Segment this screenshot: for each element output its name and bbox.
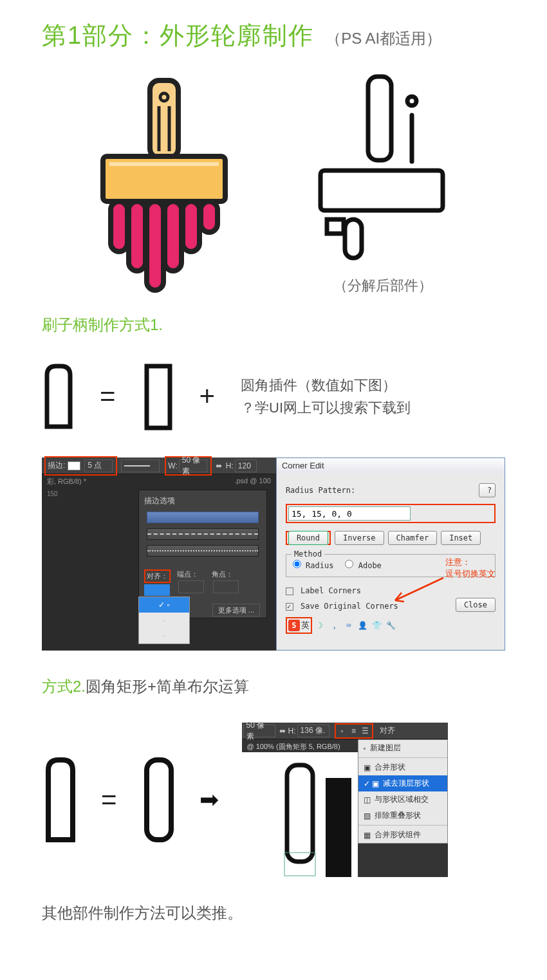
- exclude-option[interactable]: ▧排除重叠形状: [358, 808, 447, 824]
- dialog-title: Corner Edit: [277, 458, 505, 473]
- stroke-label: 描边:: [48, 460, 65, 471]
- arrow-icon: [389, 575, 447, 607]
- align-outside-option[interactable]: ▫: [139, 628, 189, 643]
- stroke-style-dropdown[interactable]: [121, 459, 160, 472]
- equals-sign: =: [100, 381, 116, 412]
- equals-sign-2: =: [101, 784, 117, 815]
- svg-rect-8: [165, 201, 181, 271]
- subtract-option[interactable]: ✓ ▣减去顶层形状: [358, 775, 447, 791]
- close-button[interactable]: Close: [456, 598, 496, 612]
- illustration-row: （分解后部件）: [42, 71, 505, 295]
- section2-title: 方式2.圆角矩形+简单布尔运算: [42, 676, 505, 697]
- rect-icon: [142, 361, 174, 432]
- corner-edit-dialog: Corner Edit Radius Pattern: ? Round Inve…: [276, 458, 505, 651]
- align-label-2: 对齐: [380, 725, 395, 736]
- ime-moon-icon[interactable]: ☽: [315, 620, 326, 631]
- corner-dropdown[interactable]: [213, 580, 239, 593]
- footer-text: 其他部件制作方法可以类推。: [42, 903, 505, 923]
- intersect-option[interactable]: ◫与形状区域相交: [358, 791, 447, 808]
- ime-user-icon[interactable]: 👤: [357, 620, 369, 631]
- method-legend: Method: [292, 550, 324, 559]
- svg-rect-7: [147, 201, 163, 290]
- rounded-top-rect-icon-2: [42, 755, 78, 845]
- page-header: 第1部分：外形轮廓制作 （PS AI都适用）: [42, 19, 505, 52]
- arrow-right-icon: ➡: [199, 786, 219, 813]
- align-center-option[interactable]: ▫: [139, 613, 189, 628]
- stroke-options-title: 描边选项: [144, 495, 261, 506]
- radius-pattern-input[interactable]: [288, 506, 411, 521]
- brush-outline-parts: （分解后部件）: [309, 71, 457, 295]
- svg-rect-19: [287, 765, 313, 862]
- radius-pattern-label: Radius Pattern:: [286, 486, 355, 495]
- stroke-dotted-option[interactable]: [147, 545, 259, 557]
- panels-group: 描边: 5 点 W: 50 像素 ⬌ H: 120 彩, RGB/8) * .p…: [42, 458, 505, 651]
- align-inside-option[interactable]: ✓ ▫: [139, 597, 189, 613]
- align-options-popup: ✓ ▫ ▫ ▫: [138, 596, 190, 644]
- stroke-dashed-option[interactable]: [147, 528, 259, 540]
- section1-label: 刷子柄制作方式1.: [42, 315, 505, 335]
- width-input[interactable]: 50 像素: [179, 459, 207, 472]
- svg-rect-10: [201, 201, 218, 232]
- link-icon-2[interactable]: ⬌: [279, 726, 286, 735]
- method1-text: 圆角插件（数值如下图） ？学UI网上可以搜索下载到: [241, 374, 411, 419]
- arrange-icon[interactable]: ☰: [360, 725, 371, 737]
- link-icon[interactable]: ⬌: [216, 461, 222, 470]
- ime-skin-icon[interactable]: 👕: [371, 620, 383, 631]
- radius-radio[interactable]: Radius: [293, 560, 334, 570]
- inset-button[interactable]: Inset: [441, 531, 481, 545]
- round-button[interactable]: Round: [288, 531, 328, 545]
- svg-rect-16: [345, 219, 362, 258]
- main-title: 第1部分：外形轮廓制作: [42, 19, 314, 52]
- align-dropdown[interactable]: [144, 584, 170, 596]
- note-text: 注意： 逗号切换英文: [445, 557, 496, 580]
- ime-keyboard-icon[interactable]: ⌨: [343, 620, 355, 631]
- help-button[interactable]: ?: [479, 483, 496, 497]
- ime-lang-toggle[interactable]: 英: [301, 620, 310, 631]
- svg-rect-11: [368, 77, 391, 160]
- svg-rect-15: [327, 219, 344, 234]
- merge-shapes-option[interactable]: ▣合并形状: [358, 759, 447, 775]
- illustration-caption: （分解后部件）: [333, 276, 432, 295]
- pathops-icon[interactable]: ▫: [337, 725, 348, 737]
- align-icon[interactable]: ≡: [348, 725, 360, 737]
- inverse-button[interactable]: Inverse: [335, 531, 384, 545]
- more-options-button[interactable]: 更多选项 ...: [212, 604, 260, 616]
- svg-rect-9: [183, 201, 199, 252]
- stroke-size-input[interactable]: 5 点: [84, 459, 113, 472]
- svg-rect-18: [147, 760, 171, 840]
- combine-option[interactable]: ▦合并形状组件: [358, 827, 447, 843]
- height-input-2[interactable]: 136 像.: [297, 725, 329, 737]
- brush-colored: [90, 74, 232, 293]
- save-original-checkbox[interactable]: [286, 603, 293, 611]
- width-input-2[interactable]: 50 像素: [243, 725, 275, 737]
- sogou-ime-icon[interactable]: S: [288, 620, 300, 631]
- rounded-rect-icon: [140, 755, 176, 845]
- svg-rect-6: [129, 201, 145, 271]
- cap-dropdown[interactable]: [178, 580, 204, 593]
- svg-rect-5: [111, 201, 127, 252]
- svg-point-12: [407, 97, 416, 106]
- adobe-radio[interactable]: Adobe: [345, 560, 381, 570]
- ime-punct-icon[interactable]: ,: [329, 620, 340, 631]
- photoshop-stroke-panel: 描边: 5 点 W: 50 像素 ⬌ H: 120 彩, RGB/8) * .p…: [42, 458, 276, 651]
- plus-sign: +: [199, 381, 216, 412]
- photoshop-layer-panel: 50 像素 ⬌ H: 136 像. ▫ ≡ ☰ 对齐 @ 100% (圆角矩形 …: [242, 723, 448, 877]
- shape-operations-menu: ▫新建图层 ▣合并形状 ✓ ▣减去顶层形状 ◫与形状区域相交 ▧排除重叠形状 ▦…: [358, 739, 448, 844]
- ime-wrench-icon[interactable]: 🔧: [385, 620, 397, 631]
- svg-rect-21: [326, 778, 351, 877]
- subtitle: （PS AI都适用）: [326, 28, 441, 49]
- method1-equation: = + 圆角插件（数值如下图） ？学UI网上可以搜索下载到: [42, 361, 505, 432]
- stroke-solid-option[interactable]: [147, 512, 259, 523]
- svg-rect-17: [147, 366, 170, 428]
- chamfer-button[interactable]: Chamfer: [388, 531, 438, 545]
- rounded-top-rect-icon: [42, 361, 74, 432]
- new-layer-option[interactable]: ▫新建图层: [358, 740, 447, 756]
- label-corners-checkbox[interactable]: [286, 587, 293, 595]
- height-input[interactable]: 120: [235, 459, 257, 472]
- method2-equation: = ➡ 50 像素 ⬌ H: 136 像. ▫ ≡ ☰ 对齐 @ 100% (圆…: [42, 723, 505, 877]
- svg-rect-14: [320, 171, 443, 210]
